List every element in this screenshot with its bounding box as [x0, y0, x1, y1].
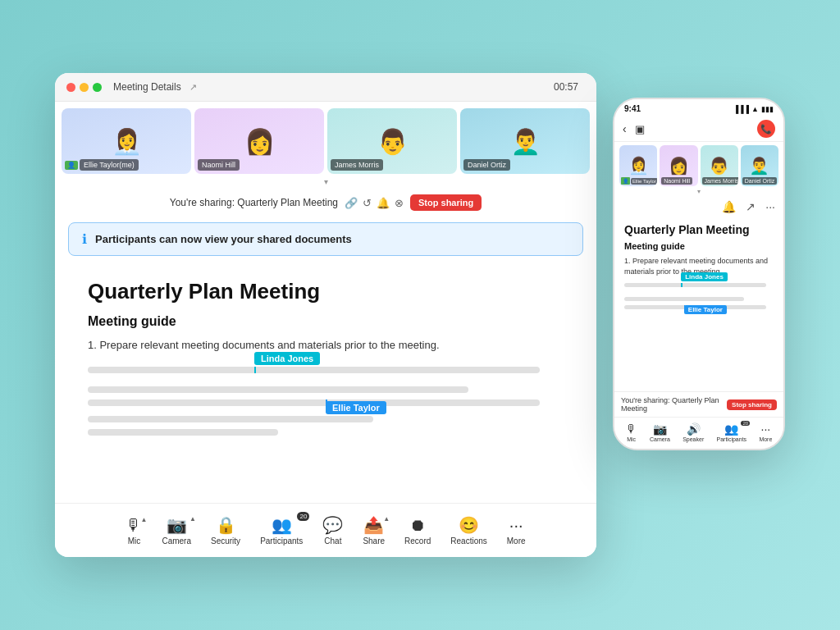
mobile-toolbar: 🎙 Mic 📷 Camera 🔊 Speaker 👥 20 Participan… [614, 417, 783, 449]
mobile-toolbar-mic[interactable]: 🎙 Mic [626, 422, 637, 442]
mobile-sharing-bar: You're sharing: Quarterly Plan Meeting S… [614, 391, 783, 417]
document-content: Quarterly Plan Meeting Meeting guide 1. … [55, 262, 596, 503]
mobile-share-icon[interactable]: ↗ [746, 200, 756, 213]
me-icon: 👤 [65, 161, 78, 170]
mobile-toolbar-more[interactable]: ··· More [759, 422, 772, 442]
warning-icon[interactable]: ⊗ [395, 197, 404, 209]
info-icon: ℹ [82, 231, 87, 247]
mobile-stop-sharing-button[interactable]: Stop sharing [727, 399, 777, 410]
mobile-participants-icon: 👥 [724, 422, 738, 436]
mic-caret-icon: ▲ [141, 516, 148, 523]
doc-line-2 [88, 386, 468, 393]
ellie-taylor-cursor: Ellie Taylor [326, 401, 386, 414]
window-titlebar: Meeting Details ↗ 00:57 [55, 73, 596, 102]
sharing-icons: 🔗 ↺ 🔔 ⊗ [345, 197, 404, 209]
scene: Meeting Details ↗ 00:57 👩‍💼 👤 Ellie Tayl… [55, 73, 785, 557]
participant-thumb-3[interactable]: 👨‍🦱 Daniel Ortiz [460, 108, 590, 174]
share-label: Share [363, 536, 385, 546]
mobile-name-2: James Morris [702, 177, 738, 185]
mobile-doc-line-1 [624, 283, 766, 287]
refresh-icon[interactable]: ↺ [363, 197, 372, 209]
participant-name-0: Ellie Taylor(me) [80, 159, 139, 171]
phone-status-icons: ▐▐▐ ▲ ▮▮▮ [733, 105, 774, 113]
chat-label: Chat [324, 536, 341, 546]
mobile-camera-label: Camera [650, 436, 670, 442]
toolbar-participants[interactable]: 👥 20 Participants [250, 512, 313, 549]
toolbar-share[interactable]: 📤 Share ▲ [353, 512, 395, 549]
linda-jones-cursor: Linda Jones [254, 352, 320, 365]
mobile-phone: 9:41 ▐▐▐ ▲ ▮▮▮ ‹ ▣ 📞 👩‍💼 👤 Ellie Taylor [613, 98, 785, 450]
mobile-name-3: Daniel Ortiz [742, 177, 778, 185]
mobile-participant-2[interactable]: 👨 James Morris [701, 145, 738, 186]
toolbar-camera[interactable]: 📷 Camera ▲ [152, 512, 201, 549]
cursor-area-linda: Linda Jones [88, 367, 564, 373]
share-icon: ↗ [189, 82, 197, 93]
bell-icon[interactable]: 🔔 [377, 197, 390, 209]
maximize-button[interactable] [93, 83, 102, 92]
participant-name-3: Daniel Ortiz [463, 159, 510, 171]
mobile-more-dots-icon: ··· [761, 422, 771, 436]
mobile-mic-label: Mic [627, 436, 636, 442]
document-subtitle: Meeting guide [88, 314, 564, 329]
mobile-toolbar-camera[interactable]: 📷 Camera [650, 422, 670, 442]
notification-banner: ℹ Participants can now view your shared … [68, 222, 583, 256]
share-caret-icon: ▲ [383, 515, 390, 523]
chat-icon: 💬 [322, 515, 343, 535]
toolbar-record[interactable]: ⏺ Record [395, 513, 441, 549]
toolbar-chat[interactable]: 💬 Chat [313, 512, 353, 549]
participant-bar: 👩‍💼 👤 Ellie Taylor(me) 👩 Naomi Hill 👨 Ja… [55, 102, 596, 174]
doc-line-1 [88, 367, 540, 373]
screen-share-icon[interactable]: ▣ [635, 123, 645, 135]
signal-icon: ▐▐▐ [733, 105, 749, 113]
mobile-more-label: More [759, 436, 772, 442]
doc-line-4 [88, 416, 373, 422]
security-label: Security [211, 536, 240, 546]
traffic-lights [66, 83, 102, 92]
mobile-participant-1[interactable]: 👩 Naomi Hill [660, 145, 697, 186]
mobile-participant-3[interactable]: 👨‍🦱 Daniel Ortiz [741, 145, 778, 186]
document-lines: Linda Jones Ellie Taylor [88, 367, 564, 436]
mobile-action-bar: 🔔 ↗ ··· [614, 197, 783, 217]
doc-line-5 [88, 429, 278, 436]
mobile-me-icon: 👤 [621, 177, 630, 185]
mobile-expand-icon[interactable]: ▾ [614, 186, 783, 197]
mobile-toolbar-participants[interactable]: 👥 20 Participants [717, 422, 747, 442]
end-call-button[interactable]: 📞 [757, 120, 775, 138]
share-icon: 📤 [363, 515, 384, 535]
toolbar-mic[interactable]: 🎙 Mic ▲ [116, 513, 152, 549]
record-label: Record [404, 536, 431, 546]
more-label: More [507, 536, 526, 546]
mobile-document: Quarterly Plan Meeting Meeting guide 1. … [614, 217, 783, 391]
participants-icon: 👥 [272, 515, 292, 535]
doc-line-3 [88, 399, 540, 406]
phone-status-bar: 9:41 ▐▐▐ ▲ ▮▮▮ [614, 99, 783, 116]
back-icon[interactable]: ‹ [623, 122, 627, 135]
mobile-participant-0[interactable]: 👩‍💼 👤 Ellie Taylor [619, 145, 657, 186]
mobile-camera-icon: 📷 [653, 422, 667, 436]
mobile-participant-bar: 👩‍💼 👤 Ellie Taylor 👩 Naomi Hill 👨 James … [614, 142, 783, 186]
mobile-toolbar-speaker[interactable]: 🔊 Speaker [682, 422, 704, 442]
cursor-area-ellie: Ellie Taylor [88, 399, 564, 406]
stop-sharing-button[interactable]: Stop sharing [410, 194, 482, 211]
mobile-bell-icon[interactable]: 🔔 [722, 200, 736, 213]
mobile-ellie-line [684, 305, 686, 309]
toolbar-more[interactable]: ··· More [497, 513, 536, 549]
close-button[interactable] [66, 83, 75, 92]
reactions-icon: 😊 [459, 515, 479, 535]
participant-thumb-2[interactable]: 👨 James Morris [327, 108, 457, 174]
mic-label: Mic [128, 536, 141, 546]
mobile-name-0: Ellie Taylor [631, 178, 657, 185]
participant-thumb-1[interactable]: 👩 Naomi Hill [194, 108, 324, 174]
expand-participants-icon[interactable]: ▾ [55, 174, 596, 189]
document-title: Quarterly Plan Meeting [88, 279, 564, 304]
minimize-button[interactable] [80, 83, 89, 92]
mobile-more-icon[interactable]: ··· [765, 200, 775, 213]
participant-thumb-0[interactable]: 👩‍💼 👤 Ellie Taylor(me) [62, 108, 191, 174]
link-icon[interactable]: 🔗 [345, 197, 358, 209]
more-icon: ··· [509, 516, 523, 535]
camera-label: Camera [162, 536, 191, 546]
window-title: Meeting Details [113, 81, 181, 93]
toolbar-security[interactable]: 🔒 Security [201, 512, 250, 549]
notification-text: Participants can now view your shared do… [95, 233, 352, 245]
toolbar-reactions[interactable]: 😊 Reactions [441, 512, 496, 549]
